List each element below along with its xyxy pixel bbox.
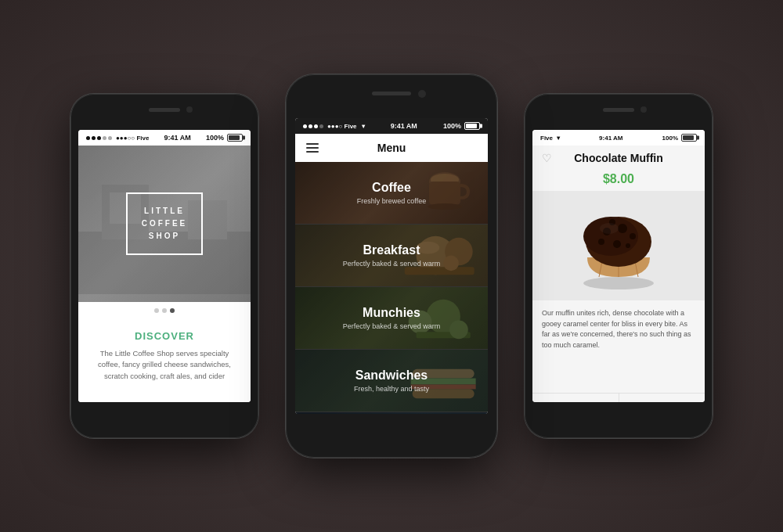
dot3 bbox=[97, 136, 101, 140]
menu-item-breakfast[interactable]: Breakfast Perfectly baked & served warm bbox=[295, 225, 488, 287]
left-phone-camera bbox=[186, 106, 193, 113]
product-options: Quantity ▾ Size ▾ bbox=[532, 393, 705, 402]
right-battery-icon bbox=[681, 134, 697, 142]
svg-point-25 bbox=[583, 277, 654, 289]
center-status-right: 100% bbox=[443, 122, 480, 130]
time-label: 9:41 AM bbox=[164, 134, 191, 142]
center-phone-screen: ●●●○ Five ▾ 9:41 AM 100% bbox=[295, 118, 488, 414]
center-phone-speaker bbox=[372, 92, 411, 95]
right-battery-fill bbox=[683, 135, 694, 140]
breakfast-desc: Perfectly baked & served warm bbox=[295, 260, 488, 268]
right-battery-label: 100% bbox=[662, 135, 678, 142]
heart-icon[interactable]: ♡ bbox=[542, 152, 552, 164]
munchies-name: Munchies bbox=[295, 306, 488, 320]
discover-text: The Little Coffee Shop serves specialty … bbox=[91, 348, 238, 382]
sandwiches-name: Sandwiches bbox=[295, 368, 488, 383]
hero-section: LITTLE COFFEE SHOP bbox=[78, 146, 251, 302]
carousel-dot-3 bbox=[170, 308, 175, 313]
left-phone-speaker bbox=[149, 108, 180, 112]
product-description: Our muffin unites rich, dense chocolate … bbox=[532, 300, 705, 358]
quantity-label: Quantity bbox=[539, 401, 568, 402]
sandwiches-text: Sandwiches Fresh, healthy and tasty bbox=[295, 368, 488, 393]
sandwiches-desc: Fresh, healthy and tasty bbox=[295, 385, 488, 393]
dot2 bbox=[92, 136, 96, 140]
signal-dots bbox=[86, 136, 112, 140]
center-battery-icon bbox=[464, 122, 480, 130]
right-status-bar: Five ▾ 9:41 AM 100% bbox=[532, 130, 705, 146]
logo-box: LITTLE COFFEE SHOP bbox=[126, 192, 204, 255]
menu-items-list: Coffee Freshly brewed coffee bbox=[295, 162, 488, 414]
coffee-text: Coffee Freshly brewed coffee bbox=[295, 181, 488, 205]
coffee-name: Coffee bbox=[295, 181, 488, 195]
breakfast-text: Breakfast Perfectly baked & served warm bbox=[295, 243, 488, 268]
right-phone-speaker bbox=[603, 108, 634, 112]
menu-title: Menu bbox=[377, 142, 406, 154]
menu-item-munchies[interactable]: Munchies Perfectly baked & served warm bbox=[295, 287, 488, 350]
left-status-right: 100% bbox=[206, 134, 243, 142]
battery-icon bbox=[227, 134, 243, 142]
quantity-option[interactable]: Quantity ▾ bbox=[532, 394, 619, 402]
muffin-svg bbox=[564, 199, 673, 293]
wifi-icon: ▾ bbox=[362, 123, 365, 130]
logo-line2: COFFEE bbox=[142, 217, 188, 230]
center-battery-label: 100% bbox=[443, 122, 461, 130]
logo-line3: SHOP bbox=[142, 230, 188, 243]
specialty-overlay bbox=[295, 412, 488, 414]
carousel-dot-1 bbox=[154, 308, 159, 313]
svg-point-36 bbox=[626, 243, 630, 248]
right-screen-content: ♡ Chocolate Muffin $8.00 bbox=[532, 146, 705, 402]
left-content: DISCOVER The Little Coffee Shop serves s… bbox=[78, 319, 251, 402]
center-carrier: ●●●○ Five bbox=[327, 123, 357, 130]
dot1 bbox=[86, 136, 90, 140]
munchies-text: Munchies Perfectly baked & served warm bbox=[295, 306, 488, 330]
right-phone-camera bbox=[640, 106, 647, 113]
carrier-label: ●●●○○ Five bbox=[116, 135, 149, 142]
size-option[interactable]: Size ▾ bbox=[619, 394, 705, 402]
breakfast-name: Breakfast bbox=[295, 243, 488, 257]
svg-point-34 bbox=[598, 239, 604, 245]
product-title: Chocolate Muffin bbox=[542, 152, 695, 164]
cdot4 bbox=[319, 124, 323, 128]
svg-point-32 bbox=[618, 224, 627, 233]
product-header: ♡ Chocolate Muffin bbox=[532, 146, 705, 167]
center-status-bar: ●●●○ Five ▾ 9:41 AM 100% bbox=[295, 118, 488, 134]
product-image-area bbox=[532, 191, 705, 300]
coffee-desc: Freshly brewed coffee bbox=[295, 197, 488, 205]
menu-item-specialty[interactable]: Specialty Drinks Special drinks for ever… bbox=[295, 412, 488, 414]
center-battery-fill bbox=[466, 124, 477, 128]
center-phone-camera bbox=[418, 90, 426, 98]
hline1 bbox=[306, 143, 319, 145]
battery-label: 100% bbox=[206, 134, 224, 142]
svg-point-33 bbox=[630, 233, 636, 239]
left-status-bar: ●●●○○ Five 9:41 AM 100% bbox=[78, 130, 251, 146]
dot5 bbox=[108, 136, 112, 140]
discover-title: DISCOVER bbox=[91, 330, 238, 342]
svg-point-35 bbox=[613, 240, 621, 248]
phone-left: ●●●○○ Five 9:41 AM 100% bbox=[70, 94, 258, 438]
battery-fill bbox=[229, 135, 240, 140]
menu-item-coffee[interactable]: Coffee Freshly brewed coffee bbox=[295, 162, 488, 225]
center-signal-dots bbox=[303, 124, 323, 128]
phone-center: ●●●○ Five ▾ 9:41 AM 100% bbox=[286, 74, 497, 458]
product-price: $8.00 bbox=[532, 172, 705, 186]
dot4 bbox=[103, 136, 106, 140]
svg-point-38 bbox=[600, 223, 619, 234]
menu-header: Menu bbox=[295, 134, 488, 162]
cdot1 bbox=[303, 124, 307, 128]
cdot2 bbox=[309, 124, 312, 128]
right-time: 9:41 AM bbox=[599, 135, 622, 142]
carousel-dot-2 bbox=[162, 308, 167, 313]
logo-text: LITTLE COFFEE SHOP bbox=[142, 205, 188, 243]
size-label: Size bbox=[626, 401, 640, 402]
right-status-right: 100% bbox=[662, 134, 697, 142]
left-phone-screen: ●●●○○ Five 9:41 AM 100% bbox=[78, 130, 251, 402]
center-screen-content: Menu bbox=[295, 134, 488, 414]
cdot3 bbox=[314, 124, 318, 128]
right-wifi-icon: ▾ bbox=[557, 135, 560, 142]
right-status-left: Five ▾ bbox=[540, 135, 560, 142]
munchies-desc: Perfectly baked & served warm bbox=[295, 322, 488, 330]
center-status-left: ●●●○ Five ▾ bbox=[303, 123, 365, 130]
hamburger-icon[interactable] bbox=[306, 143, 319, 153]
menu-item-sandwiches[interactable]: Sandwiches Fresh, healthy and tasty bbox=[295, 350, 488, 412]
hline2 bbox=[306, 147, 319, 149]
